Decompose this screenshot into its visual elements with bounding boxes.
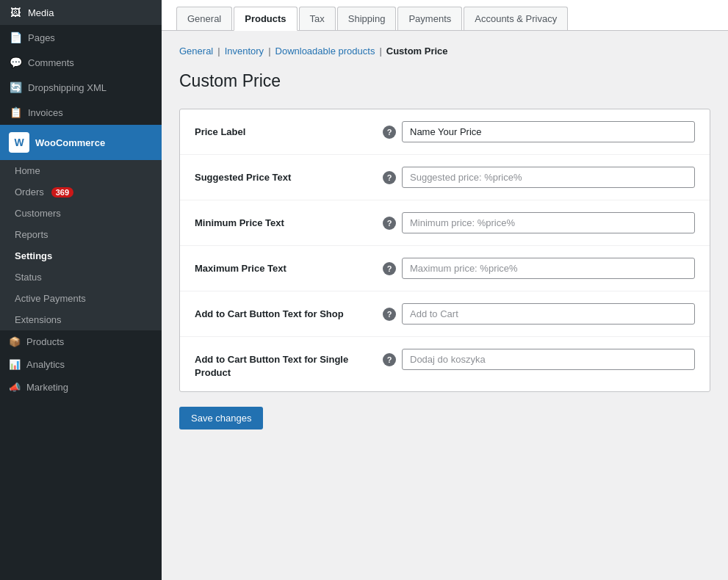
subnav-separator: | [217,46,220,57]
help-icon-add_to_cart_shop[interactable]: ? [383,308,396,321]
page-title: Custom Price [179,71,710,91]
sidebar-item-customers[interactable]: Customers [0,203,162,224]
woocommerce-submenu: HomeOrders369CustomersReportsSettingsSta… [0,160,162,330]
sidebar-label-invoices: Invoices [28,107,63,118]
tab-tax[interactable]: Tax [299,7,336,30]
input-col-price_label: ? [383,121,695,142]
sub-nav: General |Inventory |Downloadable product… [179,46,710,57]
field-label-add_to_cart_shop: Add to Cart Button Text for Shop [195,308,344,321]
sidebar-item-home[interactable]: Home [0,160,162,181]
sidebar-item-invoices[interactable]: 📋Invoices [0,100,162,125]
sidebar-item-orders[interactable]: Orders369 [0,181,162,203]
woo-sub-label-reports: Reports [15,229,48,240]
dropshipping-icon: 🔄 [9,81,22,94]
settings-row-price_label: Price Label? [180,109,710,155]
tab-payments[interactable]: Payments [397,7,462,30]
input-col-maximum_price_text: ? [383,258,695,279]
help-icon-price_label[interactable]: ? [383,126,396,139]
pages-icon: 📄 [9,31,22,44]
orders-badge: 369 [51,187,73,197]
label-col-maximum_price_text: Maximum Price Text [195,258,371,275]
sidebar-item-settings[interactable]: Settings [0,245,162,267]
sidebar-label-dropshipping: Dropshipping XML [28,82,107,93]
help-icon-minimum_price_text[interactable]: ? [383,217,396,230]
field-label-minimum_price_text: Minimum Price Text [195,217,284,230]
help-icon-suggested_price_text[interactable]: ? [383,171,396,184]
label-col-add_to_cart_shop: Add to Cart Button Text for Shop [195,303,371,321]
sidebar-label-marketing: Marketing [26,382,68,393]
sidebar-label-pages: Pages [28,32,55,43]
field-label-maximum_price_text: Maximum Price Text [195,262,286,275]
settings-content: General |Inventory |Downloadable product… [162,31,728,580]
invoices-icon: 📋 [9,106,22,119]
input-minimum_price_text[interactable] [402,212,695,233]
tab-accounts_privacy[interactable]: Accounts & Privacy [464,7,568,30]
subnav-separator: | [379,46,381,57]
sidebar-item-pages[interactable]: 📄Pages [0,25,162,50]
label-col-price_label: Price Label [195,121,371,139]
input-maximum_price_text[interactable] [402,258,695,279]
input-col-suggested_price_text: ? [383,167,695,188]
subnav-link-general[interactable]: General [179,46,213,57]
tab-shipping[interactable]: Shipping [337,7,397,30]
sidebar-item-status[interactable]: Status [0,267,162,288]
woocommerce-section: W WooCommerce HomeOrders369CustomersRepo… [0,125,162,330]
sidebar-item-extensions[interactable]: Extensions [0,309,162,330]
sidebar-label-comments: Comments [28,57,74,68]
settings-row-add_to_cart_single: Add to Cart Button Text for Single Produ… [180,337,710,391]
subnav-separator: | [268,46,270,57]
woo-sub-label-customers: Customers [15,208,61,219]
products-icon: 📦 [9,336,21,347]
settings-row-maximum_price_text: Maximum Price Text? [180,246,710,291]
input-col-minimum_price_text: ? [383,212,695,233]
field-label-suggested_price_text: Suggested Price Text [195,171,291,184]
sidebar-item-dropshipping[interactable]: 🔄Dropshipping XML [0,75,162,100]
woo-sub-label-orders: Orders [15,186,44,197]
save-button[interactable]: Save changes [179,407,263,429]
sidebar-label-products: Products [26,336,64,347]
tab-products[interactable]: Products [234,7,297,31]
settings-row-suggested_price_text: Suggested Price Text? [180,155,710,200]
help-icon-add_to_cart_single[interactable]: ? [383,353,396,366]
input-col-add_to_cart_single: ? [383,349,695,370]
media-icon: 🖼 [9,6,22,19]
sidebar-item-active_payments[interactable]: Active Payments [0,288,162,309]
sidebar-label-analytics: Analytics [26,359,65,370]
marketing-icon: 📣 [9,382,21,393]
subnav-link-inventory[interactable]: Inventory [225,46,264,57]
woo-sub-label-home: Home [15,165,40,176]
sidebar-item-products[interactable]: 📦Products [0,330,162,353]
analytics-icon: 📊 [9,359,21,370]
label-col-add_to_cart_single: Add to Cart Button Text for Single Produ… [195,349,371,380]
field-label-price_label: Price Label [195,126,245,139]
input-col-add_to_cart_shop: ? [383,303,695,325]
comments-icon: 💬 [9,56,22,69]
sidebar-item-reports[interactable]: Reports [0,224,162,245]
woo-icon: W [9,132,29,153]
woocommerce-label: WooCommerce [35,137,105,148]
sidebar-item-analytics[interactable]: 📊Analytics [0,353,162,376]
woocommerce-menu-item[interactable]: W WooCommerce [0,125,162,160]
sidebar-item-comments[interactable]: 💬Comments [0,50,162,75]
sidebar-item-media[interactable]: 🖼Media [0,0,162,25]
tab-general[interactable]: General [176,7,232,30]
woo-sub-label-status: Status [15,272,42,283]
input-add_to_cart_single[interactable] [402,349,695,370]
subnav-current: Custom Price [386,46,448,57]
subnav-link-downloadable[interactable]: Downloadable products [275,46,375,57]
settings-row-add_to_cart_shop: Add to Cart Button Text for Shop? [180,291,710,337]
input-price_label[interactable] [402,121,695,142]
tabs-bar: GeneralProductsTaxShippingPaymentsAccoun… [162,0,728,31]
sidebar-item-marketing[interactable]: 📣Marketing [0,376,162,399]
main-content: GeneralProductsTaxShippingPaymentsAccoun… [162,0,728,580]
sidebar: 🖼Media📄Pages💬Comments🔄Dropshipping XML📋I… [0,0,162,580]
settings-table: Price Label?Suggested Price Text?Minimum… [179,109,710,392]
input-suggested_price_text[interactable] [402,167,695,188]
settings-row-minimum_price_text: Minimum Price Text? [180,200,710,246]
label-col-minimum_price_text: Minimum Price Text [195,212,371,230]
help-icon-maximum_price_text[interactable]: ? [383,262,396,275]
label-col-suggested_price_text: Suggested Price Text [195,167,371,184]
input-add_to_cart_shop[interactable] [402,303,695,325]
field-label-add_to_cart_single: Add to Cart Button Text for Single Produ… [195,353,371,380]
woo-sub-label-active_payments: Active Payments [15,293,86,304]
